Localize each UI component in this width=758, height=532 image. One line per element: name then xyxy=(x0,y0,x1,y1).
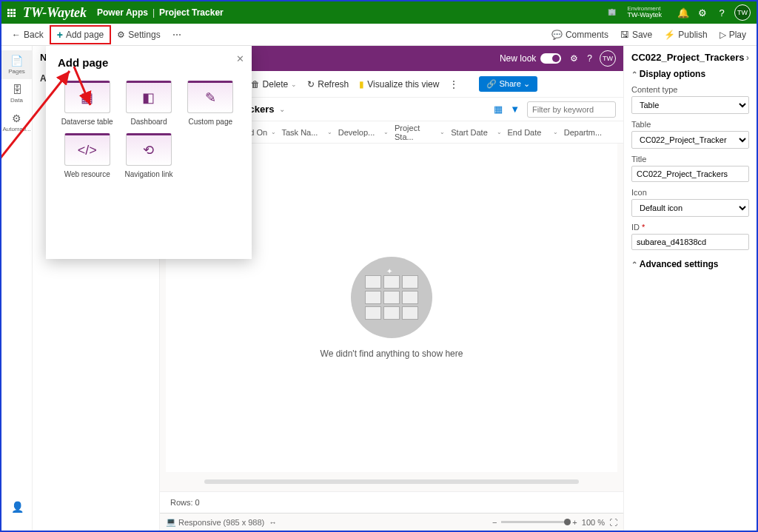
option-dataverse-table[interactable]: ▦Dataverse table xyxy=(58,81,116,126)
avatar[interactable]: TW xyxy=(734,4,751,21)
horizontal-scrollbar[interactable] xyxy=(204,479,579,484)
col-header[interactable]: Develop...⌄ xyxy=(335,128,392,137)
zoom-label: 100 % xyxy=(582,518,605,527)
app-avatar[interactable]: TW xyxy=(600,50,616,67)
rail-pages[interactable]: 📄Pages xyxy=(1,50,32,79)
fit-page-icon[interactable]: ⛶ xyxy=(609,518,617,527)
display-options-accordion[interactable]: Display options xyxy=(631,69,749,79)
nav-link-icon: ⟲ xyxy=(126,133,172,166)
add-page-popup: ✕ Add page ▦Dataverse table ◧Dashboard ✎… xyxy=(46,46,252,259)
content-type-select[interactable]: Table xyxy=(631,96,749,114)
option-navigation-link[interactable]: ⟲Navigation link xyxy=(119,133,178,178)
row-count: Rows: 0 xyxy=(160,491,623,513)
empty-state-illustration: ✦ xyxy=(351,257,432,338)
status-bar: 💻 Responsive (985 x 988) ↔ −+ 100 % ⛶ xyxy=(160,513,623,531)
id-input[interactable] xyxy=(631,234,749,250)
props-title: CC022_Project_Trackers› xyxy=(631,52,749,63)
suite-header: TW-Waytek Power Apps | Project Tracker 🏢… xyxy=(1,1,757,24)
option-dashboard[interactable]: ◧Dashboard xyxy=(119,81,178,126)
back-button[interactable]: ← Back xyxy=(6,27,50,43)
empty-state-text: We didn't find anything to show here xyxy=(321,349,463,359)
save-button[interactable]: 🖫 Save xyxy=(614,27,658,43)
command-bar: ← Back +Add page ⚙Settings ⋯ 💬 Comments … xyxy=(1,24,757,46)
rail-automation[interactable]: ⚙Automati... xyxy=(1,108,32,137)
close-icon[interactable]: ✕ xyxy=(236,53,244,64)
icon-label: Icon xyxy=(631,188,749,197)
advanced-settings-accordion[interactable]: Advanced settings xyxy=(631,259,749,269)
col-header[interactable]: Departm... xyxy=(561,128,617,137)
page-icon: 📄 xyxy=(10,55,23,67)
comments-button[interactable]: 💬 Comments xyxy=(546,27,614,43)
gear-icon[interactable]: ⚙ xyxy=(693,7,712,18)
table-select[interactable]: CC022_Project_Tracker xyxy=(631,131,749,149)
user-settings-icon[interactable]: 👤 xyxy=(1,501,33,513)
custom-page-icon: ✎ xyxy=(187,81,233,113)
chevron-down-icon[interactable]: ⌄ xyxy=(279,105,285,113)
responsive-label: Responsive (985 x 988) xyxy=(178,518,264,527)
option-custom-page[interactable]: ✎Custom page xyxy=(181,81,240,126)
toolbar-more[interactable]: ⋮ xyxy=(449,79,458,90)
left-rail: 📄Pages 🗄Data ⚙Automati... xyxy=(1,46,33,531)
popup-title: Add page xyxy=(58,56,240,69)
col-header[interactable]: Task Na...⌄ xyxy=(279,128,335,137)
help-icon[interactable]: ? xyxy=(712,7,731,18)
keyword-filter-input[interactable] xyxy=(527,101,616,118)
id-label: ID xyxy=(631,223,749,232)
table-label: Table xyxy=(631,120,749,129)
visualize-button[interactable]: ▮ Visualize this view xyxy=(359,79,439,90)
zoom-control[interactable]: −+ 100 % ⛶ xyxy=(492,518,617,527)
props-expand-icon[interactable]: › xyxy=(746,52,749,63)
edit-columns-icon[interactable]: ▦ xyxy=(494,104,503,115)
title-input[interactable] xyxy=(631,166,749,182)
rail-data[interactable]: 🗄Data xyxy=(1,79,32,108)
suite-app: Power Apps xyxy=(97,7,148,18)
title-label: Title xyxy=(631,155,749,164)
fit-icon[interactable]: ↔ xyxy=(269,518,277,527)
more-button[interactable]: ⋯ xyxy=(167,27,187,43)
device-icon[interactable]: 💻 xyxy=(166,517,176,527)
play-button[interactable]: ▷ Play xyxy=(714,27,752,43)
table-icon: ▦ xyxy=(64,81,110,113)
environment-picker[interactable]: 🏢 xyxy=(608,9,616,16)
properties-panel: CC022_Project_Trackers› Display options … xyxy=(623,46,757,531)
col-header[interactable]: Project Sta...⌄ xyxy=(392,124,448,141)
add-page-button[interactable]: +Add page xyxy=(50,25,112,44)
automation-icon: ⚙ xyxy=(12,112,21,124)
app-help-icon[interactable]: ? xyxy=(587,53,592,64)
settings-button[interactable]: ⚙Settings xyxy=(111,27,166,43)
option-web-resource[interactable]: </>Web resource xyxy=(58,133,116,178)
refresh-button[interactable]: ↻ Refresh xyxy=(307,79,349,90)
app-gear-icon[interactable]: ⚙ xyxy=(570,53,578,64)
data-icon: 🗄 xyxy=(12,84,22,95)
project-name: Project Tracker xyxy=(159,7,224,18)
brand-logo: TW-Waytek xyxy=(23,5,87,21)
delete-button[interactable]: 🗑 Delete ⌄ xyxy=(251,79,298,90)
new-look-toggle[interactable] xyxy=(540,53,561,64)
environment-label[interactable]: Environment TW-Waytek xyxy=(628,6,663,20)
content-type-label: Content type xyxy=(631,85,749,94)
bell-icon[interactable]: 🔔 xyxy=(674,7,693,18)
col-header[interactable]: Start Date⌄ xyxy=(448,128,504,137)
dashboard-icon: ◧ xyxy=(126,81,172,113)
col-header[interactable]: End Date⌄ xyxy=(505,128,561,137)
web-resource-icon: </> xyxy=(64,133,110,166)
waffle-icon[interactable] xyxy=(7,9,16,17)
new-look-label: New look xyxy=(500,53,536,64)
icon-select[interactable]: Default icon xyxy=(631,199,749,217)
share-button[interactable]: 🔗 Share ⌄ xyxy=(479,76,537,92)
filter-icon[interactable]: ▼ xyxy=(510,104,520,115)
publish-button[interactable]: ⚡ Publish xyxy=(658,27,713,43)
